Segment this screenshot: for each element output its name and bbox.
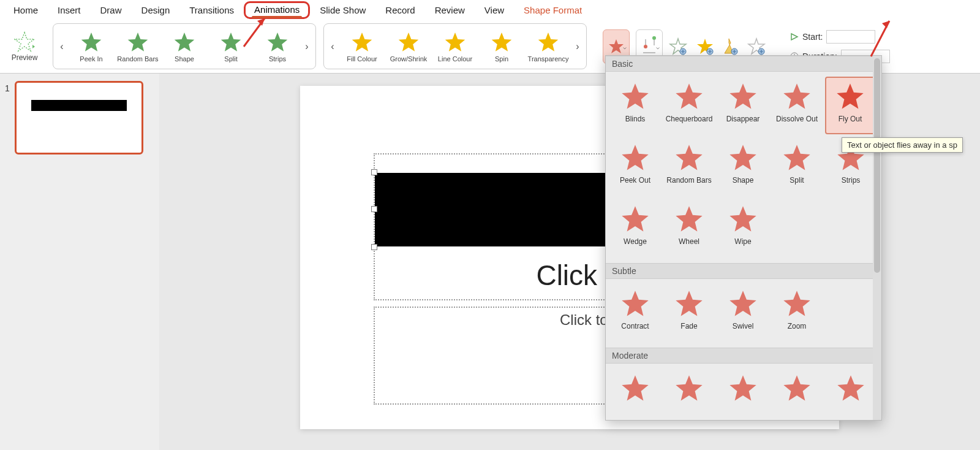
add-motion-path-icon[interactable] <box>747 37 766 56</box>
svg-marker-33 <box>729 83 756 109</box>
preview-button[interactable]: Preview <box>0 20 49 73</box>
gallery-label: Transparency <box>528 55 569 63</box>
svg-marker-1 <box>32 45 35 48</box>
entrance-peek-in[interactable]: Peek In <box>68 28 115 65</box>
star-icon <box>728 203 758 237</box>
svg-marker-5 <box>221 32 241 51</box>
tab-insert[interactable]: Insert <box>48 2 91 18</box>
exit-effect-peek-out[interactable]: Peek Out <box>609 138 661 197</box>
effect-label: Wheel <box>679 237 699 246</box>
star-icon <box>728 372 758 406</box>
exit-effect-shape[interactable]: Shape <box>717 138 769 197</box>
resize-handle[interactable] <box>371 244 377 250</box>
svg-marker-6 <box>268 32 288 51</box>
emphasis-line-colour[interactable]: Line Colour <box>432 28 478 65</box>
emphasis-transparency[interactable]: Transparency <box>525 28 571 65</box>
exit-effect-item[interactable] <box>825 368 876 421</box>
effect-label: Fly Out <box>839 115 862 123</box>
star-icon <box>398 31 420 55</box>
exit-effect-fade[interactable]: Fade <box>663 284 715 343</box>
star-icon <box>266 31 288 55</box>
entrance-gallery: ‹ Peek InRandom BarsShapeSplitStrips › <box>53 23 316 69</box>
effect-label: Shape <box>733 176 754 185</box>
exit-effect-item[interactable] <box>609 368 661 421</box>
star-icon <box>351 31 373 55</box>
section-header-moderate: Moderate <box>606 348 881 364</box>
tab-design[interactable]: Design <box>132 2 180 18</box>
start-input[interactable] <box>826 30 875 44</box>
exit-effect-zoom[interactable]: Zoom <box>771 284 823 343</box>
entrance-random-bars[interactable]: Random Bars <box>115 28 161 65</box>
entrance-shape[interactable]: Shape <box>161 28 208 65</box>
effect-label: Dissolve Out <box>776 115 818 123</box>
gallery-label: Spin <box>495 55 508 63</box>
tab-slideshow[interactable]: Slide Show <box>310 2 375 18</box>
section-header-subtle: Subtle <box>606 263 881 279</box>
gallery-next-2[interactable]: › <box>571 41 584 52</box>
star-icon <box>620 142 650 176</box>
exit-effect-wedge[interactable]: Wedge <box>609 199 661 258</box>
exit-effect-fly-out[interactable]: Fly Out <box>825 77 875 134</box>
gallery-prev[interactable]: ‹ <box>56 41 68 52</box>
star-icon <box>537 31 559 55</box>
svg-marker-7 <box>352 32 372 51</box>
svg-marker-0 <box>15 32 34 51</box>
star-icon <box>674 203 704 237</box>
effect-label: Strips <box>842 176 861 185</box>
exit-effect-dissolve-out[interactable]: Dissolve Out <box>771 77 823 135</box>
effect-label: Peek Out <box>620 176 650 185</box>
svg-marker-39 <box>783 145 810 170</box>
emphasis-spin[interactable]: Spin <box>478 28 525 65</box>
add-emphasis-icon[interactable] <box>696 37 714 56</box>
svg-marker-36 <box>622 145 648 170</box>
star-icon <box>728 80 758 115</box>
scrollbar[interactable] <box>873 56 881 420</box>
exit-effect-chequerboard[interactable]: Chequerboard <box>663 77 715 135</box>
tab-transitions[interactable]: Transitions <box>179 2 244 18</box>
resize-handle[interactable] <box>371 206 377 212</box>
svg-marker-31 <box>622 83 648 109</box>
thumbnail-shape <box>31 100 127 111</box>
gallery-next[interactable]: › <box>301 41 313 52</box>
exit-effect-wipe[interactable]: Wipe <box>717 199 769 258</box>
exit-effect-item[interactable] <box>663 368 715 421</box>
emphasis-grow-shrink[interactable]: Grow/Shrink <box>385 28 432 65</box>
exit-effect-swivel[interactable]: Swivel <box>717 284 769 343</box>
exit-effect-wheel[interactable]: Wheel <box>663 199 715 258</box>
svg-marker-44 <box>622 291 648 316</box>
gallery-label: Fill Colour <box>347 55 377 63</box>
exit-effect-blinds[interactable]: Blinds <box>609 77 661 135</box>
scrollbar-thumb[interactable] <box>874 58 880 273</box>
chevron-down-icon: ⌵ <box>623 43 627 50</box>
gallery-prev-2[interactable]: ‹ <box>326 41 339 52</box>
emphasis-gallery: ‹ Fill ColourGrow/ShrinkLine ColourSpinT… <box>323 23 587 69</box>
tab-view[interactable]: View <box>475 2 514 18</box>
star-icon <box>620 203 650 237</box>
tab-record[interactable]: Record <box>375 2 424 18</box>
exit-effect-split[interactable]: Split <box>771 138 823 197</box>
slide-thumbnail-1[interactable] <box>15 81 143 154</box>
exit-effect-disappear[interactable]: Disappear <box>717 77 769 135</box>
star-icon <box>674 372 704 406</box>
entrance-split[interactable]: Split <box>208 28 254 65</box>
star-icon <box>173 31 195 55</box>
tab-draw[interactable]: Draw <box>91 2 132 18</box>
tab-animations[interactable]: Animations <box>244 1 310 19</box>
exit-effect-item[interactable] <box>717 368 769 421</box>
emphasis-fill-colour[interactable]: Fill Colour <box>339 28 385 65</box>
exit-effect-item[interactable] <box>771 368 823 421</box>
entrance-strips[interactable]: Strips <box>254 28 301 65</box>
tab-shape-format[interactable]: Shape Format <box>514 2 592 18</box>
exit-effect-contract[interactable]: Contract <box>609 284 661 343</box>
gallery-label: Random Bars <box>117 55 158 63</box>
add-entrance-icon[interactable] <box>669 37 687 56</box>
tab-home[interactable]: Home <box>4 2 48 18</box>
tab-review[interactable]: Review <box>425 2 475 18</box>
svg-marker-42 <box>676 206 702 231</box>
start-label: Start: <box>802 32 823 42</box>
effect-label: Split <box>790 176 804 185</box>
resize-handle[interactable] <box>371 169 377 175</box>
add-exit-icon[interactable] <box>723 37 739 56</box>
effect-label: Blinds <box>625 115 646 123</box>
exit-effect-random-bars[interactable]: Random Bars <box>663 138 715 197</box>
